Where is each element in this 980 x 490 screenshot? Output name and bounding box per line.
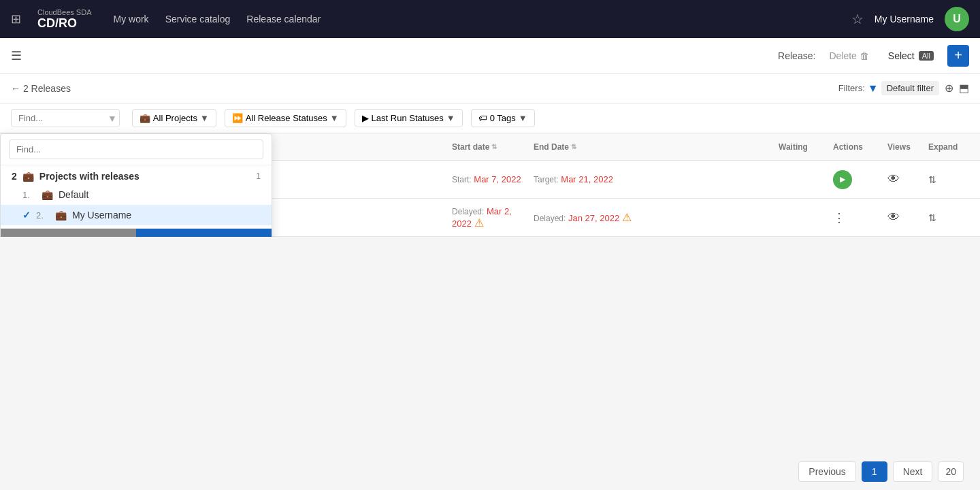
popup-group-header: 2 💼 Projects with releases 1 xyxy=(1,165,272,184)
th-expand: Expand xyxy=(928,142,969,152)
filter-chevron-icon: ▼ xyxy=(868,82,879,95)
row-end-date-1: Target: Mar 21, 2022 xyxy=(534,174,656,184)
popup-item-label-1: Default xyxy=(59,189,261,200)
sort-icon-startdate[interactable]: ⇅ xyxy=(491,143,497,150)
popup-item-default[interactable]: 1. 💼 Default xyxy=(1,184,272,205)
all-release-statuses-filter[interactable]: ⏩ All Release Statuses ▼ xyxy=(225,109,346,127)
release-label: Release: xyxy=(778,50,815,61)
filter-row: ▼ 💼 All Projects ▼ ⏩ All Release Statuse… xyxy=(0,103,980,133)
th-actions: Actions xyxy=(833,142,887,152)
row-start-date-1: Start: Mar 7, 2022 xyxy=(452,174,534,184)
popup-search-input[interactable] xyxy=(9,140,263,159)
expand-icon-1[interactable]: ⇅ xyxy=(928,174,936,185)
last-run-icon: ▶ xyxy=(362,113,369,123)
row-views-1[interactable]: 👁 xyxy=(887,172,928,186)
filter-export-icon[interactable]: ⬒ xyxy=(959,82,969,95)
nav-my-work[interactable]: My work xyxy=(114,14,149,24)
avatar[interactable]: U xyxy=(945,7,969,31)
select-button[interactable]: Select All xyxy=(883,48,939,64)
start-warning-icon-2: ⚠ xyxy=(474,217,484,229)
nav-username: My Username xyxy=(875,14,934,24)
row-end-date-2: Delayed: Jan 27, 2022 ⚠ xyxy=(534,211,656,224)
play-button-1[interactable] xyxy=(833,170,852,189)
star-icon[interactable]: ☆ xyxy=(851,11,864,27)
last-run-statuses-filter[interactable]: ▶ Last Run Statuses ▼ xyxy=(355,109,463,127)
projects-dropdown-popup: 2 💼 Projects with releases 1 1. 💼 Defaul… xyxy=(0,133,272,237)
popup-check-icon: ✓ xyxy=(22,210,31,220)
top-nav: ⊞ CloudBees SDA CD/RO My work Service ca… xyxy=(0,0,980,38)
eye-icon-1[interactable]: 👁 xyxy=(887,172,900,186)
popup-group-count: 2 xyxy=(12,171,17,182)
new-button[interactable]: + xyxy=(947,45,969,67)
delete-button[interactable]: Delete 🗑 xyxy=(823,48,874,64)
tags-label: 0 Tags xyxy=(490,113,516,123)
projects-caret-icon: ▼ xyxy=(200,113,209,123)
popup-item-myusername[interactable]: ✓ 2. 💼 My Username xyxy=(1,205,272,225)
popup-footer: Cancel Apply xyxy=(1,228,272,237)
default-filter-chip[interactable]: Default filter xyxy=(881,81,939,95)
th-waiting: Waiting xyxy=(779,142,833,152)
end-date-value-1: Mar 21, 2022 xyxy=(561,174,613,184)
more-icon-2[interactable]: ⋮ xyxy=(833,211,845,225)
all-release-statuses-label: All Release Statuses xyxy=(246,113,327,123)
briefcase-icon: 💼 xyxy=(140,113,150,123)
select-all-badge: All xyxy=(919,51,934,61)
nav-links: My work Service catalog Release calendar xyxy=(114,14,835,24)
row-actions-1[interactable] xyxy=(833,170,887,189)
row-actions-2[interactable]: ⋮ xyxy=(833,210,887,225)
popup-item-briefcase-2: 💼 xyxy=(55,210,67,220)
toolbar: ☰ Release: Delete 🗑 Select All + xyxy=(0,38,980,74)
start-date-value-1: Mar 7, 2022 xyxy=(474,174,521,184)
start-label-2: Delayed: xyxy=(452,207,484,216)
popup-group-label: Projects with releases xyxy=(39,171,251,182)
popup-apply-button[interactable]: Apply xyxy=(136,229,272,237)
th-views: Views xyxy=(887,142,928,152)
row-expand-1[interactable]: ⇅ xyxy=(928,174,969,185)
nav-release-calendar[interactable]: Release calendar xyxy=(246,14,321,24)
end-date-value-2: Jan 27, 2022 xyxy=(568,213,619,223)
brand-top: CloudBees SDA xyxy=(37,8,92,16)
tags-filter[interactable]: 🏷 0 Tags ▼ xyxy=(471,109,535,127)
eye-icon-2[interactable]: 👁 xyxy=(887,210,900,224)
popup-cancel-button[interactable]: Cancel xyxy=(1,229,136,237)
breadcrumb-bar: ← 2 Releases Filters: ▼ Default filter ⊕… xyxy=(0,74,980,103)
search-dropdown-icon: ▼ xyxy=(108,113,117,124)
popup-item-label-2: My Username xyxy=(72,210,261,220)
release-status-icon: ⏩ xyxy=(232,113,243,123)
grid-icon[interactable]: ⊞ xyxy=(11,12,21,27)
brand-bottom: CD/RO xyxy=(37,16,92,31)
expand-icon-2[interactable]: ⇅ xyxy=(928,212,936,223)
tags-caret-icon: ▼ xyxy=(519,113,527,123)
popup-item-num-1: 1. xyxy=(22,190,36,200)
popup-item-briefcase-1: 💼 xyxy=(42,189,53,200)
filter-add-icon[interactable]: ⊕ xyxy=(945,82,953,95)
th-end-date: End Date ⇅ xyxy=(534,142,656,152)
popup-item-num-2: 2. xyxy=(36,210,50,220)
back-link[interactable]: ← 2 Releases xyxy=(11,83,71,94)
end-label-2: Delayed: xyxy=(534,214,566,223)
row-views-2[interactable]: 👁 xyxy=(887,210,928,225)
popup-group-briefcase-icon: 💼 xyxy=(22,171,34,182)
nav-right: ☆ My Username U xyxy=(851,7,969,31)
th-start-date: Start date ⇅ xyxy=(452,142,534,152)
start-label-1: Start: xyxy=(452,175,472,184)
all-projects-label: All Projects xyxy=(153,113,197,123)
delete-label: Delete xyxy=(829,50,856,61)
select-label: Select xyxy=(888,50,915,61)
end-label-1: Target: xyxy=(534,175,559,184)
popup-search-row xyxy=(1,134,272,165)
filters-label: Filters: xyxy=(838,83,865,93)
sort-icon-enddate[interactable]: ⇅ xyxy=(571,143,576,150)
popup-group-badge: 1 xyxy=(256,172,261,181)
end-warning-icon-2: ⚠ xyxy=(622,212,632,223)
nav-service-catalog[interactable]: Service catalog xyxy=(165,14,231,24)
row-start-date-2: Delayed: Mar 2, 2022 ⚠ xyxy=(452,206,534,229)
last-run-caret-icon: ▼ xyxy=(446,113,455,123)
menu-icon[interactable]: ☰ xyxy=(11,48,22,63)
last-run-label: Last Run Statuses xyxy=(372,113,444,123)
row-expand-2[interactable]: ⇅ xyxy=(928,212,969,223)
trash-icon: 🗑 xyxy=(860,50,869,61)
main-search-input[interactable] xyxy=(11,109,120,127)
release-status-caret-icon: ▼ xyxy=(330,113,339,123)
all-projects-filter[interactable]: 💼 All Projects ▼ xyxy=(132,109,216,127)
